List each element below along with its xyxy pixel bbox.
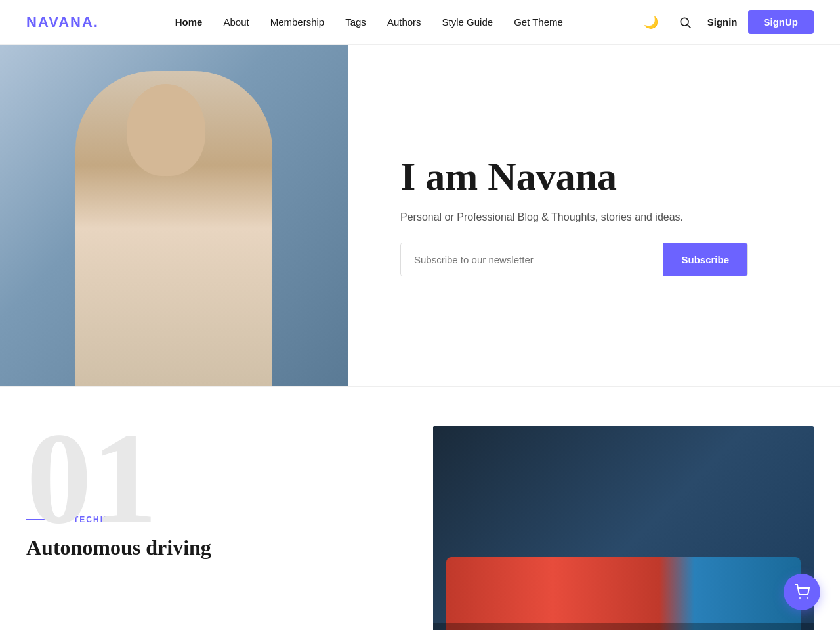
nav-link-get-theme[interactable]: Get Theme xyxy=(514,16,563,28)
moon-icon: 🌙 xyxy=(644,15,658,30)
nav-menu: Home About Membership Tags Authors Style… xyxy=(175,16,563,28)
hero-content: I am Navana Personal or Professional Blo… xyxy=(348,116,840,316)
navbar-actions: 🌙 Signin SignUp xyxy=(639,10,814,34)
articles-section: 01 TECHNOLOGY Autonomous driving xyxy=(0,387,840,630)
logo-text: NAVANA xyxy=(26,14,94,30)
signin-link[interactable]: Signin xyxy=(707,16,738,28)
cart-button[interactable] xyxy=(784,574,820,610)
svg-point-2 xyxy=(799,597,801,598)
subscribe-form: Subscribe xyxy=(400,243,748,276)
site-logo[interactable]: NAVANA. xyxy=(26,14,99,31)
subscribe-button[interactable]: Subscribe xyxy=(663,243,747,276)
nav-link-membership[interactable]: Membership xyxy=(270,16,325,28)
nav-item-about[interactable]: About xyxy=(223,16,249,28)
nav-item-membership[interactable]: Membership xyxy=(270,16,325,28)
nav-item-style-guide[interactable]: Style Guide xyxy=(442,16,494,28)
hero-subtitle: Personal or Professional Blog & Thoughts… xyxy=(400,211,788,223)
nav-link-about[interactable]: About xyxy=(223,16,249,28)
navbar: NAVANA. Home About Membership Tags Autho… xyxy=(0,0,840,45)
cart-icon xyxy=(794,584,810,600)
nav-item-tags[interactable]: Tags xyxy=(345,16,366,28)
search-button[interactable] xyxy=(673,10,697,34)
nav-link-home[interactable]: Home xyxy=(175,16,203,28)
nav-item-authors[interactable]: Authors xyxy=(387,16,421,28)
article-left: 01 TECHNOLOGY Autonomous driving xyxy=(26,426,407,560)
signup-button[interactable]: SignUp xyxy=(748,10,814,34)
nav-item-get-theme[interactable]: Get Theme xyxy=(514,16,563,28)
svg-point-3 xyxy=(807,597,808,598)
dark-mode-toggle[interactable]: 🌙 xyxy=(639,10,663,34)
nav-link-authors[interactable]: Authors xyxy=(387,16,421,28)
search-icon xyxy=(679,16,692,29)
hero-title: I am Navana xyxy=(400,155,788,198)
nav-item-home[interactable]: Home xyxy=(175,16,203,28)
hero-section: I am Navana Personal or Professional Blo… xyxy=(0,45,840,386)
nav-link-tags[interactable]: Tags xyxy=(345,16,366,28)
svg-point-0 xyxy=(681,18,688,26)
article-image xyxy=(433,426,814,630)
subscribe-input[interactable] xyxy=(401,243,663,276)
article-number: 01 xyxy=(26,413,407,544)
logo-dot: . xyxy=(94,14,99,30)
nav-link-style-guide[interactable]: Style Guide xyxy=(442,16,494,28)
hero-image xyxy=(0,45,348,386)
svg-line-1 xyxy=(687,24,690,28)
